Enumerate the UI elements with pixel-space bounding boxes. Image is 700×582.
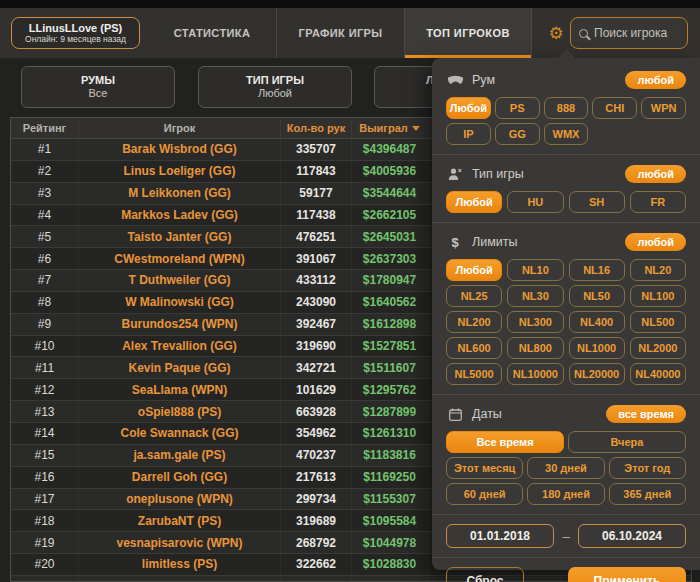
date-to-input[interactable] (578, 524, 686, 548)
player-cell[interactable]: oneplusone (WPN) (79, 489, 281, 510)
player-cell[interactable]: Linus Loeliger (GG) (79, 161, 281, 182)
filter-option[interactable]: 365 дней (609, 483, 686, 505)
filter-summary-rooms[interactable]: РУМЫ Все (21, 66, 175, 108)
player-cell[interactable]: Burundos254 (WPN) (79, 314, 281, 335)
tab-top-players[interactable]: ТОП ИГРОКОВ (404, 8, 532, 58)
filter-option[interactable]: Любой (446, 259, 502, 281)
filter-summary-value: Все (89, 87, 108, 100)
column-header-player[interactable]: Игрок (79, 118, 281, 138)
hands-cell: 101629 (281, 379, 352, 400)
filter-option[interactable]: 30 дней (527, 457, 604, 479)
won-cell: $3544644 (352, 183, 428, 204)
calendar-icon (446, 408, 464, 421)
filter-option[interactable]: Этот год (609, 457, 686, 479)
player-cell[interactable]: W Malinowski (GG) (79, 292, 281, 313)
hands-cell: 322662 (281, 554, 352, 575)
filter-option[interactable]: NL100 (630, 285, 686, 307)
player-cell[interactable]: Barak Wisbrod (GG) (79, 139, 281, 160)
filter-option[interactable]: NL400 (569, 311, 625, 333)
filter-option[interactable]: 180 дней (527, 483, 604, 505)
search-input[interactable] (594, 26, 679, 40)
filter-option[interactable]: NL50 (569, 285, 625, 307)
filter-option[interactable]: CHI (592, 97, 637, 119)
filter-option[interactable]: NL20000 (569, 363, 625, 385)
filter-option[interactable]: NL40000 (630, 363, 686, 385)
filter-option[interactable]: NL10 (507, 259, 563, 281)
player-cell[interactable]: Cole Swannack (GG) (79, 423, 281, 444)
player-cell[interactable]: oSpiel888 (PS) (79, 401, 281, 422)
filter-option[interactable]: FR (630, 191, 686, 213)
hands-cell: 391067 (281, 248, 352, 269)
search-box[interactable] (570, 17, 688, 49)
player-cell[interactable]: CWestmoreland (WPN) (79, 248, 281, 269)
player-icon (446, 168, 464, 181)
column-header-won[interactable]: Выиграл (352, 118, 428, 138)
player-cell[interactable]: vesnapisarovic (WPN) (79, 532, 281, 553)
filter-option[interactable]: NL2000 (630, 337, 686, 359)
filter-option[interactable]: 60 дней (446, 483, 523, 505)
filter-option[interactable]: NL500 (630, 311, 686, 333)
filter-option[interactable]: SH (569, 191, 625, 213)
hands-cell: 319690 (281, 336, 352, 357)
filter-option[interactable]: Все время (446, 431, 564, 453)
filter-option[interactable]: NL25 (446, 285, 502, 307)
player-cell[interactable]: ZarubaNT (PS) (79, 510, 281, 531)
filter-option[interactable]: NL30 (507, 285, 563, 307)
filter-option[interactable]: NL16 (569, 259, 625, 281)
game-type-options: ЛюбойHUSHFR (446, 191, 686, 213)
rank-cell: #2 (11, 161, 79, 182)
won-cell: $4396487 (352, 139, 428, 160)
player-cell[interactable]: SeaLlama (WPN) (79, 379, 281, 400)
filter-section-game-type: Тип игры любой ЛюбойHUSHFR (446, 164, 686, 213)
filter-option[interactable]: Этот месяц (446, 457, 523, 479)
filter-summary-game-type[interactable]: ТИП ИГРЫ Любой (198, 66, 352, 108)
player-cell[interactable]: M Leikkonen (GG) (79, 183, 281, 204)
filter-option[interactable]: NL5000 (446, 363, 502, 385)
hands-cell: 319689 (281, 510, 352, 531)
player-cell[interactable]: Alex Trevallion (GG) (79, 336, 281, 357)
filter-option[interactable]: NL800 (507, 337, 563, 359)
player-cell[interactable]: Markkos Ladev (GG) (79, 205, 281, 226)
player-cell[interactable]: Kevin Paque (GG) (79, 357, 281, 378)
filter-option[interactable]: PS (495, 97, 540, 119)
filter-option[interactable]: IP (446, 123, 491, 145)
filter-option[interactable]: NL1000 (569, 337, 625, 359)
filter-option[interactable]: NL600 (446, 337, 502, 359)
hands-cell: 217613 (281, 467, 352, 488)
hands-cell: 92918 (281, 576, 352, 582)
tab-game-graph[interactable]: ГРАФИК ИГРЫ (276, 8, 404, 58)
sort-desc-icon (412, 126, 420, 131)
column-header-rank[interactable]: Рейтинг (11, 118, 79, 138)
filter-option[interactable]: NL300 (507, 311, 563, 333)
filter-option[interactable]: Любой (446, 97, 491, 119)
filter-option[interactable]: GG (495, 123, 540, 145)
filter-option[interactable]: 888 (544, 97, 589, 119)
player-cell[interactable]: ja.sam.gale (PS) (79, 445, 281, 466)
player-cell[interactable]: Taisto Janter (GG) (79, 226, 281, 247)
filter-option[interactable]: Вчера (568, 431, 686, 453)
player-cell[interactable]: limitless (PS) (79, 554, 281, 575)
player-cell[interactable]: T Duthweiler (GG) (79, 270, 281, 291)
reset-button[interactable]: Сброс (446, 567, 524, 582)
filter-section-title: Тип игры (472, 167, 617, 181)
date-range-separator: – (562, 529, 569, 544)
player-cell[interactable]: Darrell Goh (GG) (79, 467, 281, 488)
tab-statistics[interactable]: СТАТИСТИКА (148, 8, 276, 58)
filter-option[interactable]: NL20 (630, 259, 686, 281)
room-value-badge: любой (625, 71, 686, 89)
filters-panel: Рум любой ЛюбойPS888CHIWPNIPGGWMX Тип иг… (432, 58, 700, 570)
filter-option[interactable]: WMX (544, 123, 589, 145)
column-header-hands[interactable]: Кол-во рук (281, 118, 352, 138)
apply-button[interactable]: Применить (568, 567, 686, 582)
date-from-input[interactable] (446, 524, 554, 548)
filter-option[interactable]: HU (507, 191, 563, 213)
current-player-box[interactable]: LLinusLLove (PS) Онлайн: 9 месяцев назад (11, 17, 140, 49)
player-cell[interactable]: MRTGLOVE (888) (79, 576, 281, 582)
filter-option[interactable]: NL10000 (507, 363, 563, 385)
filter-option[interactable]: WPN (641, 97, 686, 119)
hands-cell: 342721 (281, 357, 352, 378)
won-cell: $1044978 (352, 532, 428, 553)
limits-options: ЛюбойNL10NL16NL20NL25NL30NL50NL100NL200N… (446, 259, 686, 385)
filter-option[interactable]: Любой (446, 191, 502, 213)
filter-option[interactable]: NL200 (446, 311, 502, 333)
